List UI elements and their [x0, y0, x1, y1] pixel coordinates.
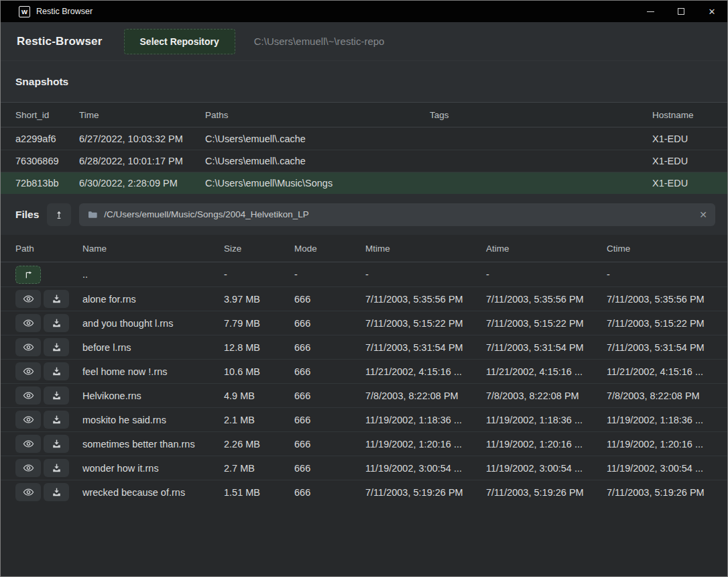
file-mtime: 7/11/2003, 5:31:54 PM: [365, 342, 486, 353]
up-right-arrow-icon: [23, 270, 34, 280]
preview-file-button[interactable]: [15, 483, 41, 501]
file-size: 4.9 MB: [224, 390, 294, 401]
file-mode: 666: [294, 487, 365, 498]
snapshot-row[interactable]: 76306869 6/28/2022, 10:01:17 PM C:\Users…: [1, 150, 727, 172]
download-icon: [52, 439, 62, 449]
snapshots-title: Snapshots: [15, 76, 68, 88]
open-parent-directory-button[interactable]: [15, 266, 41, 284]
download-file-button[interactable]: [44, 290, 69, 308]
file-atime: 7/11/2003, 5:19:26 PM: [486, 487, 607, 498]
download-file-button[interactable]: [44, 483, 69, 501]
col-tags: Tags: [430, 110, 652, 120]
eye-icon: [23, 390, 34, 401]
file-ctime: -: [607, 269, 718, 280]
eye-icon: [23, 366, 34, 377]
file-size: 2.7 MB: [224, 463, 294, 474]
file-mode: 666: [294, 415, 365, 425]
preview-file-button[interactable]: [15, 362, 41, 380]
download-file-button[interactable]: [44, 459, 69, 477]
col-short-id: Short_id: [15, 110, 79, 120]
window-controls: ✕: [635, 1, 727, 22]
file-size: 2.26 MB: [224, 439, 294, 450]
file-mtime: -: [365, 269, 486, 280]
eye-icon: [23, 342, 34, 353]
preview-file-button[interactable]: [15, 435, 41, 453]
file-actions: [15, 386, 82, 405]
download-file-button[interactable]: [44, 314, 69, 332]
snapshot-time: 6/28/2022, 10:01:17 PM: [79, 156, 205, 166]
col-path: Path: [15, 244, 82, 254]
snapshot-short-id: a2299af6: [15, 134, 79, 144]
eye-icon: [23, 293, 34, 305]
file-mtime: 7/11/2003, 5:15:22 PM: [365, 318, 486, 329]
file-row: alone for.rns 3.97 MB 666 7/11/2003, 5:3…: [1, 286, 727, 311]
file-row: sometimes better than.rns 2.26 MB 666 11…: [1, 431, 727, 456]
col-mode: Mode: [294, 244, 365, 254]
file-size: 1.51 MB: [224, 487, 294, 498]
repository-path-input[interactable]: C:\Users\emuell\~\restic-repo: [254, 36, 385, 47]
close-button[interactable]: ✕: [696, 1, 727, 22]
snapshot-hostname: X1-EDU: [652, 134, 718, 144]
clear-path-icon[interactable]: ✕: [699, 210, 707, 219]
file-mode: 666: [294, 390, 365, 401]
file-size: 3.97 MB: [224, 294, 294, 305]
file-ctime: 11/19/2002, 1:18:36 ...: [607, 415, 718, 425]
snapshots-section-header: Snapshots: [1, 61, 727, 102]
file-ctime: 7/8/2003, 8:22:08 PM: [607, 390, 718, 401]
file-row: wonder how it.rns 2.7 MB 666 11/19/2002,…: [1, 456, 727, 480]
file-ctime: 11/21/2002, 4:15:16 ...: [607, 366, 718, 377]
file-mtime: 11/21/2002, 4:15:16 ...: [365, 366, 486, 377]
file-actions: [15, 411, 82, 429]
download-icon: [52, 415, 62, 425]
file-actions: [15, 338, 82, 356]
file-mtime: 7/11/2003, 5:35:56 PM: [365, 294, 486, 305]
maximize-button[interactable]: [666, 1, 696, 22]
parent-directory-row[interactable]: .. - - - - -: [1, 262, 727, 286]
col-atime: Atime: [486, 244, 607, 254]
eye-icon: [23, 438, 34, 450]
file-ctime: 7/11/2003, 5:35:56 PM: [607, 294, 718, 305]
download-file-button[interactable]: [44, 386, 69, 405]
file-mode: 666: [294, 463, 365, 474]
download-file-button[interactable]: [44, 411, 69, 429]
file-atime: 11/21/2002, 4:15:16 ...: [486, 366, 607, 377]
snapshot-time: 6/27/2022, 10:03:32 PM: [79, 134, 205, 144]
snapshot-paths: C:\Users\emuell\Music\Songs: [205, 178, 430, 189]
preview-file-button[interactable]: [15, 459, 41, 477]
path-value: /C/Users/emuell/Music/Songs/2004_Helveti…: [104, 209, 693, 219]
file-name: alone for.rns: [82, 294, 224, 305]
snapshot-row-selected[interactable]: 72b813bb 6/30/2022, 2:28:09 PM C:\Users\…: [1, 172, 727, 194]
snapshot-row[interactable]: a2299af6 6/27/2022, 10:03:32 PM C:\Users…: [1, 127, 727, 150]
up-directory-button[interactable]: [47, 203, 71, 226]
eye-icon: [23, 462, 34, 474]
download-file-button[interactable]: [44, 362, 69, 380]
file-row: before l.rns 12.8 MB 666 7/11/2003, 5:31…: [1, 335, 727, 359]
preview-file-button[interactable]: [15, 411, 41, 429]
download-file-button[interactable]: [44, 435, 69, 453]
file-actions: [15, 314, 82, 332]
file-row: feel home now !.rns 10.6 MB 666 11/21/20…: [1, 359, 727, 383]
file-mode: 666: [294, 366, 365, 377]
files-title: Files: [15, 209, 39, 221]
file-ctime: 7/11/2003, 5:19:26 PM: [607, 487, 718, 498]
file-name: wonder how it.rns: [82, 463, 224, 474]
file-name: ..: [82, 269, 224, 280]
preview-file-button[interactable]: [15, 386, 41, 405]
col-size: Size: [224, 244, 294, 254]
snapshot-paths: C:\Users\emuell\.cache: [205, 156, 430, 166]
select-repository-button[interactable]: Select Repository: [124, 29, 235, 54]
download-file-button[interactable]: [44, 338, 69, 356]
preview-file-button[interactable]: [15, 290, 41, 308]
download-icon: [52, 342, 62, 352]
file-mode: 666: [294, 294, 365, 305]
path-input[interactable]: /C/Users/emuell/Music/Songs/2004_Helveti…: [79, 203, 715, 226]
file-mode: 666: [294, 342, 365, 353]
preview-file-button[interactable]: [15, 314, 41, 332]
download-icon: [52, 487, 62, 497]
file-actions: [15, 266, 82, 284]
file-ctime: 7/11/2003, 5:31:54 PM: [607, 342, 718, 353]
file-atime: 7/8/2003, 8:22:08 PM: [486, 390, 607, 401]
preview-file-button[interactable]: [15, 338, 41, 356]
file-name: and you thought l.rns: [82, 318, 224, 329]
minimize-button[interactable]: [635, 1, 666, 22]
